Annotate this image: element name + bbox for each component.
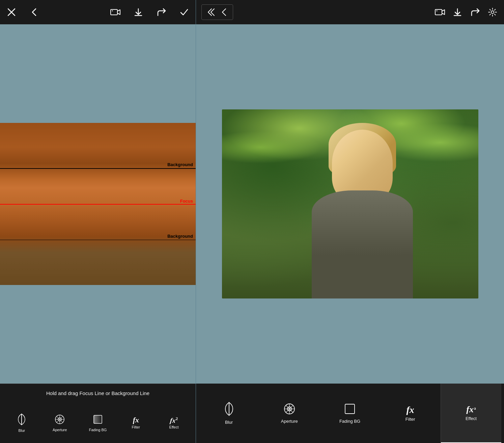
tool-fading-bg-right[interactable]: Fading BG — [319, 384, 380, 443]
filter-label: Filter — [132, 425, 140, 429]
fading-bg-label: Fading BG — [89, 428, 107, 432]
share-icon[interactable] — [155, 6, 167, 18]
tool-effect-right[interactable]: fx₂ Effect — [441, 384, 501, 443]
fading-bg-label-right: Fading BG — [339, 419, 360, 424]
aperture-label-right: Aperture — [281, 419, 298, 424]
right-image-area — [196, 24, 504, 384]
right-photo — [222, 109, 478, 298]
left-image-area: Background Focus Background — [0, 24, 196, 384]
aperture-icon-right — [283, 403, 296, 417]
focus-label: Focus — [180, 199, 193, 204]
hint-bar: Hold and drag Focus Line or Background L… — [0, 384, 196, 402]
right-toolbar — [196, 0, 504, 24]
tool-aperture-right[interactable]: Aperture — [259, 384, 319, 443]
left-toolbar — [0, 0, 196, 24]
effect-label: Effect — [169, 425, 179, 429]
confirm-icon[interactable] — [178, 6, 190, 18]
tool-filter-right[interactable]: fx Filter — [380, 384, 441, 443]
focus-line[interactable] — [0, 204, 196, 205]
effect-icon-right: fx₂ — [466, 405, 476, 414]
background-line-top[interactable] — [0, 168, 196, 169]
settings-icon-right[interactable] — [486, 6, 499, 18]
svg-rect-2 — [111, 9, 117, 15]
background-line-bottom[interactable] — [0, 240, 196, 240]
share-icon-right[interactable] — [469, 6, 481, 18]
svg-point-18 — [491, 11, 494, 14]
effect-label-right: Effect — [466, 416, 477, 421]
tool-aperture[interactable]: Aperture — [41, 411, 79, 435]
back-button[interactable] — [28, 6, 40, 18]
right-bottom-toolbar: Blur Aperture — [196, 384, 504, 443]
left-bottom-toolbar: Blur Aperture — [0, 402, 196, 443]
video-icon[interactable] — [109, 6, 121, 18]
blur-label: Blur — [19, 428, 25, 433]
tool-filter[interactable]: fx Filter — [117, 414, 155, 432]
hint-text: Hold and drag Focus Line or Background L… — [46, 390, 149, 396]
svg-rect-13 — [94, 415, 102, 423]
close-button[interactable] — [5, 6, 18, 18]
double-back-button[interactable] — [204, 6, 217, 18]
body — [312, 190, 413, 298]
svg-point-15 — [437, 10, 438, 11]
background-label-top: Background — [167, 162, 193, 167]
fading-bg-icon — [92, 414, 103, 426]
background-label-bottom: Background — [167, 234, 193, 239]
fading-bg-icon-right — [344, 403, 356, 417]
filter-icon-right: fx — [407, 405, 414, 415]
tool-blur-right[interactable]: Blur — [199, 384, 259, 443]
tool-row: Blur Aperture — [196, 384, 504, 443]
aperture-label: Aperture — [53, 428, 67, 432]
effect-icon: fx2 — [170, 416, 178, 424]
tool-effect[interactable]: fx2 Effect — [155, 414, 193, 432]
aperture-icon — [54, 414, 65, 426]
right-panel: Blur Aperture — [196, 0, 504, 443]
download-icon[interactable] — [132, 6, 144, 18]
svg-rect-14 — [435, 9, 442, 15]
filter-icon: fx — [133, 416, 139, 424]
svg-point-3 — [112, 10, 113, 11]
tool-blur[interactable]: Blur — [3, 411, 41, 435]
tool-fading-bg[interactable]: Fading BG — [79, 411, 117, 435]
left-photo: Background Focus Background — [0, 123, 196, 285]
back-button-right[interactable] — [218, 6, 230, 18]
filter-label-right: Filter — [405, 417, 415, 422]
blur-icon-right — [223, 402, 235, 418]
blur-label-right: Blur — [225, 420, 233, 425]
nav-group — [201, 4, 233, 20]
download-icon-right[interactable] — [451, 6, 464, 18]
video-icon-right[interactable] — [434, 6, 446, 18]
left-panel: Background Focus Background Hold and dra… — [0, 0, 196, 443]
person — [302, 130, 423, 298]
blur-icon — [16, 413, 27, 427]
svg-rect-25 — [345, 404, 355, 414]
